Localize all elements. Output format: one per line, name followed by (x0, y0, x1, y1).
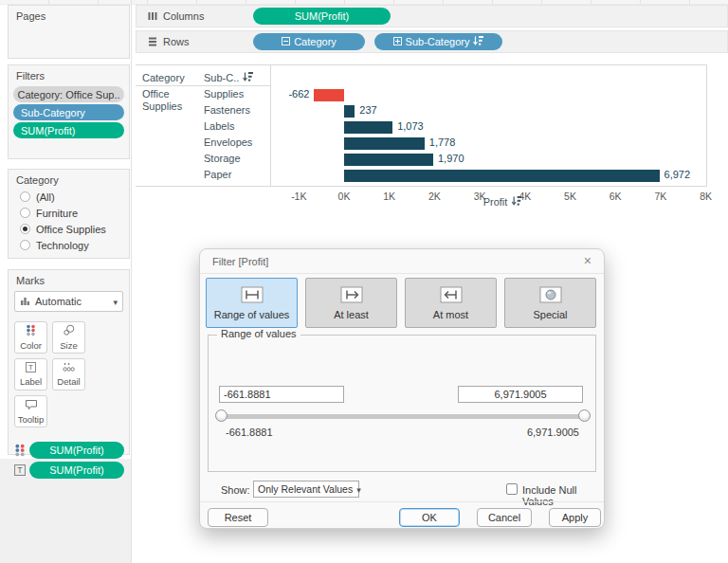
tab-special[interactable]: Special (504, 278, 596, 328)
radio-icon[interactable] (20, 191, 30, 202)
pages-card: Pages (8, 5, 130, 59)
header-underline (136, 85, 270, 86)
filters-title: Filters (9, 65, 129, 84)
range-groupbox (208, 335, 596, 472)
tab-label: At most (433, 309, 468, 320)
detail-icon (63, 362, 75, 374)
close-icon[interactable]: × (584, 253, 592, 268)
shelf-pill-category[interactable]: Category (253, 33, 365, 50)
mark-type-value: Automatic (35, 296, 108, 307)
column-header-category[interactable]: Category (142, 72, 185, 83)
ok-button[interactable]: OK (399, 508, 460, 527)
tab-label: At least (334, 309, 369, 320)
bar-supplies[interactable] (314, 89, 344, 101)
row-label-paper[interactable]: Paper (204, 169, 231, 180)
columns-pill-list: SUM(Profit) (253, 8, 391, 25)
slider-handle-max[interactable] (578, 409, 591, 422)
text-icon: T (12, 463, 27, 478)
bar-fasteners[interactable] (344, 105, 355, 118)
filters-card: Filters Category: Office Sup..Sub-Catego… (8, 64, 130, 159)
category-option-furniture[interactable]: Furniture (9, 205, 129, 221)
marks-card: Marks Automatic ColorSizeTLabelDetailToo… (8, 269, 130, 455)
sort-icon[interactable] (473, 36, 483, 47)
marks-button-label: Tooltip (18, 414, 44, 425)
marks-button-label: Label (20, 376, 42, 387)
tab-at-most[interactable]: At most (405, 278, 497, 328)
include-null-checkbox[interactable] (506, 483, 518, 495)
tab-label: Range of values (214, 309, 290, 320)
shelf-pill-sum-profit[interactable]: SUM(Profit) (253, 8, 391, 25)
columns-shelf-label: Columns (163, 10, 220, 22)
cancel-button[interactable]: Cancel (477, 508, 532, 527)
reset-button[interactable]: Reset (208, 508, 268, 527)
row-label-supplies[interactable]: Supplies (204, 88, 244, 100)
bar-value-label: 1,970 (438, 153, 464, 164)
mark-type-dropdown[interactable]: Automatic (14, 291, 123, 312)
profit-bar-chart: Category Sub-C.. Office Supplies Supplie… (136, 64, 707, 207)
label-button[interactable]: TLabel (14, 358, 47, 390)
plus-box-icon (393, 36, 402, 47)
max-value-input[interactable] (458, 386, 583, 403)
at-most-icon (440, 286, 463, 305)
marks-pill-sum-profit[interactable]: SUM(Profit) (29, 442, 124, 459)
bar-storage[interactable] (344, 154, 433, 166)
show-values-dropdown[interactable]: Only Relevant Values (253, 481, 359, 498)
category-option-technology[interactable]: Technology (9, 237, 129, 253)
rows-icon (148, 37, 157, 46)
marks-pill-sum-profit[interactable]: SUM(Profit) (29, 462, 124, 479)
bar-value-label: 1,778 (429, 136, 456, 148)
column-header-subcategory-label: Sub-C.. (204, 72, 239, 83)
row-label-labels[interactable]: Labels (204, 120, 234, 132)
category-option-office-supplies[interactable]: Office Supplies (9, 221, 129, 237)
filter-pill-sum-profit[interactable]: SUM(Profit) (13, 122, 124, 138)
dialog-footer-separator (200, 501, 604, 502)
caret-down-icon (113, 296, 118, 307)
shelf-pill-sub-category[interactable]: Sub-Category (374, 33, 502, 50)
tooltip-button[interactable]: Tooltip (14, 395, 47, 427)
axis-baseline (136, 186, 707, 187)
bar-labels[interactable] (344, 121, 392, 134)
bar-paper[interactable] (344, 170, 660, 182)
detail-button[interactable]: Detail (52, 358, 85, 390)
category-filter-title: Category (9, 170, 129, 189)
radio-icon[interactable] (20, 224, 30, 234)
category-option-all[interactable]: (All) (9, 189, 129, 205)
radio-icon[interactable] (20, 240, 30, 250)
row-label-envelopes[interactable]: Envelopes (204, 136, 252, 148)
filter-pill-sub-category[interactable]: Sub-Category (13, 104, 124, 120)
rows-shelf: Rows CategorySub-Category (136, 30, 728, 53)
bar-envelopes[interactable] (344, 137, 425, 150)
rows-shelf-label: Rows (163, 36, 220, 47)
slider-max-label: 6,971.9005 (527, 427, 579, 438)
sort-icon[interactable] (511, 196, 521, 208)
row-label-storage[interactable]: Storage (204, 153, 241, 164)
marks-pill-list: SUM(Profit)TSUM(Profit) (9, 431, 129, 479)
tab-range-of-values[interactable]: Range of values (206, 278, 298, 328)
svg-text:T: T (28, 363, 33, 372)
category-option-list: (All)FurnitureOffice SuppliesTechnology (9, 189, 129, 253)
tab-at-least[interactable]: At least (305, 278, 397, 328)
columns-icon (148, 11, 157, 21)
bar-chart-icon (20, 296, 30, 308)
tableau-workspace: Pages Filters Category: Office Sup..Sub-… (0, 0, 728, 563)
svg-text:T: T (17, 465, 23, 475)
filter-pill-category-office-sup[interactable]: Category: Office Sup.. (13, 86, 124, 102)
category-row-label[interactable]: Office Supplies (142, 88, 197, 113)
sort-icon[interactable] (243, 72, 253, 83)
dialog-title-separator (200, 273, 604, 274)
slider-handle-min[interactable] (215, 409, 228, 422)
row-label-fasteners[interactable]: Fasteners (204, 104, 250, 116)
color-button[interactable]: Color (14, 321, 47, 354)
column-header-subcategory[interactable]: Sub-C.. (204, 72, 253, 83)
min-value-input[interactable] (219, 386, 344, 403)
color-icon (26, 324, 36, 338)
axis-tick: 8K (700, 191, 712, 202)
size-button[interactable]: Size (52, 321, 85, 354)
marks-title: Marks (9, 270, 129, 289)
filters-pill-list: Category: Office Sup..Sub-CategorySUM(Pr… (9, 86, 129, 138)
radio-icon[interactable] (20, 208, 30, 218)
size-icon (63, 324, 75, 338)
apply-button[interactable]: Apply (549, 508, 601, 527)
range-slider-track[interactable] (221, 414, 587, 419)
marks-pill-row: TSUM(Profit) (12, 462, 125, 479)
